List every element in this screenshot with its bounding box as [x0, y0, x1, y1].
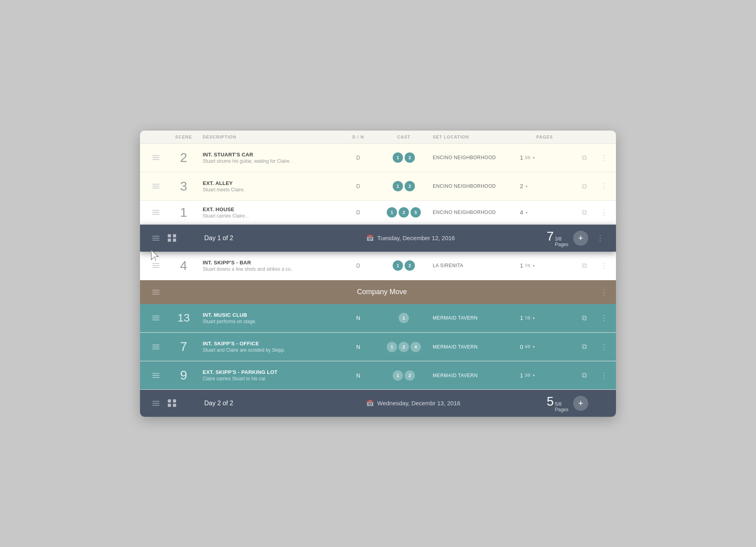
cast-1: 1: [399, 313, 409, 323]
cast-1: 1: [393, 152, 403, 163]
day1-header: Day 1 of 2 📅 Tuesday, December 12, 2016 …: [140, 225, 616, 252]
cast-badges-1: 1 2 5: [378, 207, 430, 218]
cast-1: 1: [387, 207, 397, 218]
dm-badge-7: N: [338, 344, 378, 350]
day1-pages-detail: 3/8 Pages: [555, 236, 568, 247]
scene-desc-2: Stuart strums his guitar, waiting for Cl…: [203, 158, 335, 164]
cast-badges-13: 1: [378, 313, 430, 323]
scene-number-4: 4: [168, 258, 200, 273]
cast-2: 2: [399, 342, 409, 352]
cast-2: 2: [405, 370, 415, 381]
scene-title-4: INT. SKIPP'S - BAR: [203, 260, 335, 266]
scene-info-13: INT. MUSIC CLUB Stuart performs on stage…: [200, 310, 338, 326]
scene-number-3: 3: [168, 179, 200, 194]
scene-desc-3: Stuart meets Claire.: [203, 187, 335, 193]
location-4: LA SIRENITA: [430, 263, 517, 268]
location-13: MERMAID TAVERN: [430, 315, 517, 321]
day1-grid-area: [168, 234, 200, 242]
scene-row-9: 9 EXT. SKIPP'S - PARKING LOT Claire carr…: [140, 361, 616, 390]
scene-title-9: EXT. SKIPP'S - PARKING LOT: [203, 369, 335, 375]
col-set-location: SET LOCATION: [430, 131, 517, 143]
day2-grid-icon: [168, 399, 177, 407]
scene-info-1: EXT. HOUSE Stuart carries Claire...: [200, 205, 338, 220]
more-icon-9[interactable]: ⋮: [596, 371, 612, 380]
more-icon-13[interactable]: ⋮: [596, 314, 612, 322]
scene-desc-7: Stuart and Claire are scolded by Skipp.: [203, 347, 335, 353]
day1-pages-num: 7: [547, 229, 554, 244]
cast-5: 5: [411, 207, 421, 218]
pages-chevron-1[interactable]: ▾: [526, 210, 528, 215]
drag-handle-9[interactable]: [144, 373, 168, 378]
day2-header: Day 2 of 2 📅 Wednesday, Decembr 13, 2016…: [140, 390, 616, 417]
scene-desc-13: Stuart performs on stage.: [203, 319, 335, 324]
day2-grid-area: [168, 399, 200, 407]
pages-whole-7: 0: [520, 344, 523, 350]
more-icon-7[interactable]: ⋮: [596, 343, 612, 351]
pages-1: 4 ▾: [517, 209, 572, 216]
pages-whole-9: 1: [520, 372, 523, 379]
pages-chevron-2[interactable]: ▾: [533, 156, 535, 160]
layers-icon-4[interactable]: ⧉: [572, 262, 596, 270]
pages-chevron-7[interactable]: ▾: [533, 345, 535, 349]
pages-9: 1 3/8 ▾: [517, 372, 572, 379]
day1-drag[interactable]: [144, 236, 168, 241]
scene-title-7: INT. SKIPP'S - OFFICE: [203, 341, 335, 347]
more-icon-1[interactable]: ⋮: [596, 208, 612, 217]
day1-more[interactable]: ⋮: [588, 234, 612, 243]
pages-7: 0 4/8 ▾: [517, 344, 572, 350]
day1-label: Day 1 of 2: [204, 235, 366, 242]
drag-handle-7[interactable]: [144, 345, 168, 349]
drag-handle-4[interactable]: [144, 263, 168, 268]
day2-drag[interactable]: [144, 401, 168, 406]
scene-title-3: EXT. ALLEY: [203, 180, 335, 186]
pages-frac-2: 3/8: [525, 156, 530, 160]
pages-chevron-9[interactable]: ▾: [533, 373, 535, 378]
pages-whole-2: 1: [520, 154, 523, 161]
day2-pages-num: 5: [547, 394, 554, 409]
drag-handle-13[interactable]: [144, 316, 168, 320]
scene-number-2: 2: [168, 150, 200, 165]
day2-add-button[interactable]: +: [573, 396, 588, 411]
company-move-drag[interactable]: [144, 290, 168, 295]
day1-pages-info: 7 3/8 Pages: [547, 229, 568, 247]
layers-icon-3[interactable]: ⧉: [572, 182, 596, 191]
day1-grid-icon: [168, 234, 177, 242]
more-icon-3[interactable]: ⋮: [596, 182, 612, 191]
pages-whole-13: 1: [520, 315, 523, 321]
pages-chevron-3[interactable]: ▾: [526, 184, 528, 189]
cast-2: 2: [405, 152, 415, 163]
scene-row-2: 2 INT. STUART'S CAR Stuart strums his gu…: [140, 144, 616, 172]
day1-add-button[interactable]: +: [573, 231, 588, 246]
day2-label: Day 2 of 2: [204, 400, 366, 407]
col-cast: CAST: [378, 131, 430, 143]
pages-3: 2 ▾: [517, 183, 572, 189]
day2-date: Wednesday, Decembr 13, 2016: [377, 400, 461, 406]
cast-1: 1: [387, 342, 397, 352]
cast-1: 1: [393, 181, 403, 191]
more-icon-2[interactable]: ⋮: [596, 153, 612, 162]
layers-icon-2[interactable]: ⧉: [572, 154, 596, 162]
location-7: MERMAID TAVERN: [430, 344, 517, 350]
layers-icon-9[interactable]: ⧉: [572, 371, 596, 379]
company-move-more[interactable]: ⋮: [596, 288, 612, 297]
day2-pages-label: Pages: [555, 407, 568, 412]
pages-whole-3: 2: [520, 183, 523, 189]
col-pages: PAGES: [517, 131, 572, 143]
layers-icon-7[interactable]: ⧉: [572, 343, 596, 351]
more-icon-4[interactable]: ⋮: [596, 261, 612, 270]
scene-row-1: 1 EXT. HOUSE Stuart carries Claire... D …: [140, 201, 616, 225]
day1-right: 7 3/8 Pages +: [525, 229, 588, 247]
column-headers: SCENE DESCRIPTION D / N CAST SET LOCATIO…: [140, 131, 616, 144]
drag-handle-2[interactable]: [144, 155, 168, 160]
dm-badge-4: D: [338, 262, 378, 269]
drag-handle-3[interactable]: [144, 184, 168, 189]
scene-info-7: INT. SKIPP'S - OFFICE Stuart and Claire …: [200, 339, 338, 354]
cast-2: 2: [405, 181, 415, 191]
pages-chevron-4[interactable]: ▾: [533, 264, 535, 268]
day2-date-cell: 📅 Wednesday, Decembr 13, 2016: [366, 399, 525, 407]
layers-icon-1[interactable]: ⧉: [572, 208, 596, 217]
scene-title-13: INT. MUSIC CLUB: [203, 312, 335, 318]
layers-icon-13[interactable]: ⧉: [572, 314, 596, 322]
drag-handle-1[interactable]: [144, 210, 168, 215]
pages-chevron-13[interactable]: ▾: [533, 316, 535, 320]
